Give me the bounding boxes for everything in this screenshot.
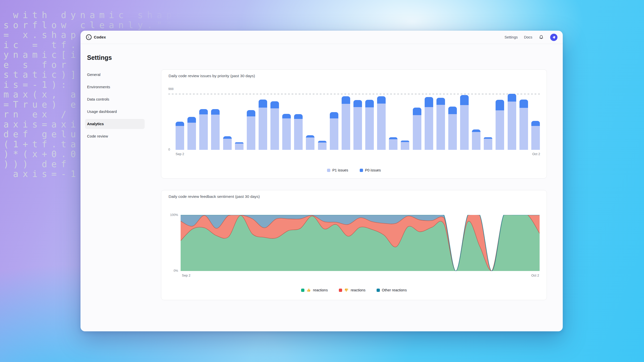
stacked-bar-plot bbox=[176, 94, 540, 150]
p1-segment bbox=[199, 114, 208, 150]
p1-segment bbox=[223, 139, 232, 150]
p1-segment bbox=[318, 143, 327, 150]
x-tick-start: Sep 2 bbox=[182, 274, 190, 277]
y-axis-0-label: 0% bbox=[161, 269, 178, 273]
p1-segment bbox=[484, 139, 492, 150]
p0-segment bbox=[187, 117, 196, 123]
legend-label: P0 issues bbox=[365, 168, 381, 172]
p1-segment bbox=[306, 138, 314, 150]
p0-segment bbox=[306, 135, 314, 138]
bar-day-9 bbox=[282, 114, 291, 150]
bar-day-17 bbox=[377, 96, 386, 150]
y-axis-zero-label: 0 bbox=[168, 148, 170, 151]
p1-segment bbox=[259, 108, 267, 150]
legend-item-p1-issues: P1 issues bbox=[327, 168, 348, 172]
p0-segment bbox=[377, 96, 386, 103]
sidebar-item-data-controls[interactable]: Data controls bbox=[85, 93, 145, 105]
codex-terminal-logo-icon: )_ bbox=[86, 34, 92, 40]
sidebar-item-general[interactable]: General bbox=[85, 68, 145, 81]
nav-link-docs[interactable]: Docs bbox=[524, 35, 532, 39]
p0-segment bbox=[223, 136, 232, 139]
p0-segment bbox=[294, 114, 303, 119]
p1-segment bbox=[519, 108, 528, 150]
legend-item-p0-issues: P0 issues bbox=[360, 168, 381, 172]
x-tick-start: Sep 2 bbox=[176, 152, 184, 156]
p1-segment bbox=[436, 105, 445, 150]
bar-day-11 bbox=[306, 135, 314, 150]
p1-segment bbox=[187, 123, 196, 150]
issues-chart-card: Daily code review issues by priority (pa… bbox=[161, 69, 547, 178]
p1-segment bbox=[377, 104, 386, 150]
p0-segment bbox=[519, 100, 528, 108]
app-card: )_ Codex Settings Docs Settings GeneralE… bbox=[80, 31, 563, 331]
sidebar-item-analytics[interactable]: Analytics bbox=[85, 119, 145, 129]
sidebar-item-usage-dashboard[interactable]: Usage dashboard bbox=[85, 105, 145, 118]
p1-segment bbox=[496, 110, 504, 150]
p1-segment bbox=[425, 107, 433, 150]
bar-day-30 bbox=[531, 121, 540, 150]
bar-day-3 bbox=[211, 109, 220, 150]
sidebar-item-code-review[interactable]: Code review bbox=[85, 130, 145, 142]
settings-sidebar: GeneralEnvironmentsData controlsUsage da… bbox=[85, 68, 145, 142]
bar-day-28 bbox=[508, 94, 516, 150]
y-axis-max-label: 988 bbox=[168, 87, 174, 91]
bar-day-10 bbox=[294, 114, 303, 150]
p1-segment bbox=[365, 107, 374, 150]
nav-link-settings[interactable]: Settings bbox=[505, 35, 518, 39]
sentiment-chart-card: Daily code review feedback sentiment (pa… bbox=[161, 190, 547, 300]
legend-item-thumbs-up-emoji: reactions bbox=[301, 288, 328, 292]
thumbs-up-emoji bbox=[306, 288, 311, 292]
legend-label: reactions bbox=[351, 288, 366, 292]
p1-segment bbox=[342, 104, 350, 150]
legend-swatch bbox=[339, 289, 342, 292]
p1-segment bbox=[247, 116, 255, 150]
p1-segment bbox=[353, 107, 362, 150]
p0-segment bbox=[365, 100, 374, 107]
p1-segment bbox=[176, 126, 184, 150]
legend-label: Other reactions bbox=[382, 288, 407, 292]
gem-avatar-icon bbox=[551, 35, 556, 40]
p1-segment bbox=[531, 126, 540, 150]
sentiment-legend: reactionsreactionsOther reactions bbox=[161, 288, 547, 292]
brand-name: Codex bbox=[94, 35, 106, 39]
bar-day-25 bbox=[472, 129, 480, 150]
p0-segment bbox=[282, 114, 291, 119]
bar-day-16 bbox=[365, 100, 374, 150]
p0-segment bbox=[199, 109, 208, 114]
x-tick-end: Oct 2 bbox=[531, 274, 539, 277]
bar-day-1 bbox=[187, 117, 196, 150]
p0-segment bbox=[342, 96, 350, 104]
thumbs-down-emoji bbox=[344, 288, 349, 292]
legend-label: P1 issues bbox=[332, 168, 348, 172]
bar-day-23 bbox=[448, 107, 457, 150]
page-title: Settings bbox=[87, 54, 112, 61]
p0-segment bbox=[270, 101, 279, 108]
bar-day-12 bbox=[318, 141, 327, 150]
user-avatar[interactable] bbox=[550, 34, 557, 41]
bar-day-0 bbox=[176, 122, 184, 150]
p1-segment bbox=[235, 144, 244, 150]
notifications-bell-icon[interactable] bbox=[539, 35, 544, 40]
bar-day-18 bbox=[389, 137, 397, 150]
p0-segment bbox=[211, 109, 220, 114]
app-header: )_ Codex Settings Docs bbox=[80, 31, 563, 44]
legend-swatch bbox=[327, 169, 330, 172]
p0-segment bbox=[176, 122, 184, 126]
brand-home-link[interactable]: )_ Codex bbox=[86, 34, 106, 40]
p0-segment bbox=[436, 98, 445, 105]
p1-segment bbox=[472, 132, 480, 150]
sidebar-item-environments[interactable]: Environments bbox=[85, 81, 145, 93]
p1-segment bbox=[508, 102, 516, 150]
p1-segment bbox=[270, 108, 279, 150]
legend-swatch bbox=[301, 289, 304, 292]
bar-day-6 bbox=[247, 110, 255, 150]
y-axis-100-label: 100% bbox=[161, 213, 178, 217]
issues-legend: P1 issuesP0 issues bbox=[161, 168, 547, 172]
p1-segment bbox=[401, 142, 409, 150]
stacked-area-plot bbox=[181, 215, 540, 271]
p0-segment bbox=[413, 108, 421, 115]
p1-segment bbox=[211, 115, 220, 150]
p0-segment bbox=[353, 100, 362, 107]
p0-segment bbox=[472, 129, 480, 132]
bar-day-22 bbox=[436, 98, 445, 150]
